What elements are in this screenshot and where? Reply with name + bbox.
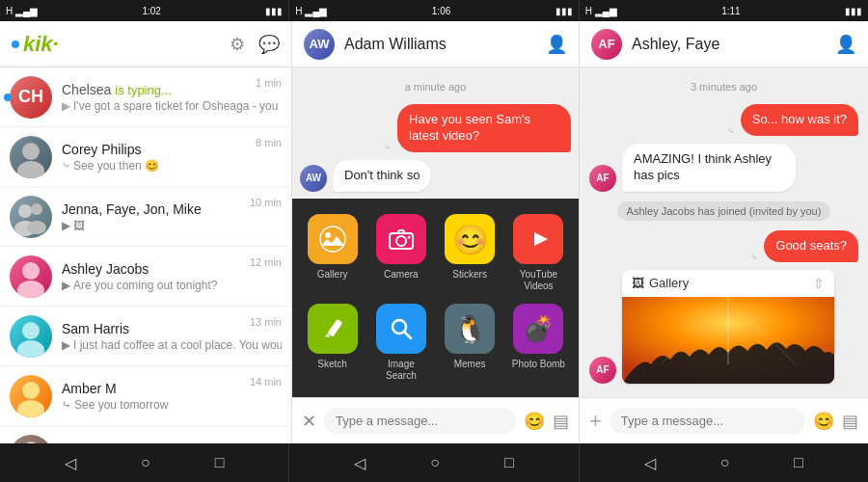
nav-bar: ◁ ○ □ ◁ ○ □ ◁ ○ □ (0, 443, 868, 482)
home-button-mid[interactable]: ○ (430, 454, 440, 471)
media-item-youtube[interactable]: YouTube Videos (510, 214, 567, 292)
mid-header-person-icon[interactable]: 👤 (546, 34, 567, 55)
recents-button[interactable]: □ (215, 454, 225, 471)
home-button-right[interactable]: ○ (720, 454, 730, 471)
compose-icon[interactable]: 💬 (258, 34, 280, 55)
avatar-jenna (10, 435, 52, 444)
media-item-sketch[interactable]: Sketch (304, 304, 361, 382)
avatar-corey (10, 136, 52, 178)
conv-item-jenna[interactable]: Jenna Green ▶ Did you see the trailer? I… (0, 426, 291, 443)
status-panel-mid: H ▂▄▆ 1:06 ▮▮▮ (288, 0, 579, 21)
conv-item-chelsea[interactable]: CH Chelsea is typing... ▶ I've got a spa… (0, 67, 291, 127)
right-emoji-icon[interactable]: 😊 (813, 411, 834, 432)
emoji-icon[interactable]: 😊 (524, 411, 545, 432)
conv-item-ashleyjacobs[interactable]: Ashley Jacobs ▶ Are you coming out tonig… (0, 247, 291, 307)
conv-time-ashleyjacobs: 12 min (250, 256, 282, 268)
time-right: 1:11 (721, 6, 740, 16)
right-msg-avatar: AF (589, 165, 616, 192)
svg-point-14 (320, 227, 345, 252)
gallery-icon (308, 214, 358, 264)
battery-mid: ▮▮▮ (556, 6, 573, 16)
left-header: kik· ⚙ 💬 (0, 21, 291, 67)
avatar-group (10, 196, 52, 238)
menu-icon[interactable]: ▤ (553, 411, 569, 432)
right-header-person-icon[interactable]: 👤 (835, 34, 856, 55)
msg-row-2: AW Don't think so (300, 160, 571, 192)
media-item-gallery[interactable]: Gallery (304, 214, 361, 292)
share-icon[interactable]: ⇧ (813, 276, 825, 291)
chat-panel-right: AF Ashley, Faye 👤 3 minutes ago ⤷ So... … (580, 21, 868, 443)
gallery-card-header: 🖼 Gallery ⇧ (622, 270, 834, 297)
msg-status-1: ⤷ (384, 142, 392, 152)
conv-preview-chelsea: ▶ I've got a spare ticket for Osheaga - … (62, 99, 282, 113)
youtube-icon (513, 214, 563, 264)
settings-icon[interactable]: ⚙ (230, 34, 245, 55)
gallery-card: 🖼 Gallery ⇧ (622, 270, 834, 384)
conv-preview-amber: ⤷ See you tomorrow (62, 398, 282, 412)
unread-dot (4, 94, 12, 101)
svg-point-12 (22, 442, 40, 444)
recents-button-mid[interactable]: □ (504, 454, 514, 471)
media-item-memes[interactable]: 🐧 Memes (442, 304, 499, 382)
photobomb-icon: 💣 (513, 304, 563, 354)
svg-marker-19 (534, 232, 548, 246)
right-msg-row-1: ⤷ So... how was it? (589, 104, 858, 136)
mid-contact-name: Adam Williams (344, 36, 447, 53)
time-mid: 1:06 (432, 6, 450, 16)
recents-button-right[interactable]: □ (794, 454, 803, 471)
back-button-right[interactable]: ◁ (644, 454, 656, 472)
system-msg: Ashley Jacobs has joined (invited by you… (617, 201, 831, 221)
status-panel-right: H ▂▄▆ 1:11 ▮▮▮ (580, 0, 868, 21)
mid-message-input[interactable] (324, 408, 516, 434)
svg-point-3 (31, 203, 42, 215)
right-add-icon[interactable]: + (589, 409, 602, 434)
gallery-card-title: 🖼 Gallery (632, 276, 689, 290)
svg-point-0 (22, 143, 40, 160)
gallery-image (622, 297, 834, 384)
back-button[interactable]: ◁ (65, 454, 76, 472)
stickers-icon: 😊 (445, 214, 495, 264)
right-msg-status-4: ⤷ (750, 252, 758, 262)
mid-contact-avatar: AW (304, 29, 335, 60)
home-button[interactable]: ○ (141, 454, 150, 471)
conv-name-sam: Sam Harris (62, 321, 282, 336)
msg-bubble-2: Don't think so (333, 160, 431, 192)
sketch-label: Sketch (317, 359, 347, 370)
right-message-input[interactable] (610, 408, 805, 434)
nav-panel-right: ◁ ○ □ (580, 443, 868, 482)
conv-item-amber[interactable]: Amber M ⤷ See you tomorrow 14 min (0, 366, 291, 426)
conv-info-group: Jenna, Faye, Jon, Mike ▶ 🖼 (62, 201, 282, 232)
right-msg-bubble-2: AMAZING! I think Ashley has pics (622, 144, 796, 192)
close-icon[interactable]: ✕ (302, 411, 316, 432)
signal-right: H ▂▄▆ (585, 6, 617, 16)
conv-preview-sam: ▶ I just had coffee at a cool place. You… (62, 338, 282, 352)
avatar-amber (10, 375, 52, 417)
media-item-camera[interactable]: Camera (372, 214, 429, 292)
back-button-mid[interactable]: ◁ (354, 454, 366, 472)
conv-info-corey: Corey Philips ⤷ See you then 😊 (62, 142, 282, 173)
right-contact-avatar: AF (591, 29, 622, 60)
conv-item-corey[interactable]: Corey Philips ⤷ See you then 😊 8 min (0, 127, 291, 187)
right-input-area: + 😊 ▤ (580, 397, 868, 443)
nav-panel-mid: ◁ ○ □ (289, 443, 579, 482)
svg-point-1 (17, 161, 44, 178)
media-item-stickers[interactable]: 😊 Stickers (442, 214, 499, 292)
media-item-photobomb[interactable]: 💣 Photo Bomb (510, 304, 567, 382)
conv-item-group[interactable]: Jenna, Faye, Jon, Mike ▶ 🖼 10 min (0, 187, 291, 247)
msg-avatar-adam: AW (300, 165, 327, 192)
main-content: kik· ⚙ 💬 CH Chelsea is typing... ▶ (0, 21, 868, 443)
conv-preview-corey: ⤷ See you then 😊 (62, 159, 282, 173)
memes-icon: 🐧 (445, 304, 495, 354)
conv-preview-ashleyjacobs: ▶ Are you coming out tonight? (62, 279, 282, 292)
conv-preview-group: ▶ 🖼 (62, 219, 282, 232)
conv-item-sam[interactable]: Sam Harris ▶ I just had coffee at a cool… (0, 307, 291, 366)
right-menu-icon[interactable]: ▤ (842, 411, 858, 432)
camera-icon (376, 214, 426, 264)
conv-time-amber: 14 min (250, 376, 282, 388)
mid-input-area: ✕ 😊 ▤ (292, 397, 579, 443)
avatar-chelsea: CH (10, 76, 52, 119)
right-msg-row-5: AF 🖼 Gallery ⇧ (589, 270, 858, 384)
right-msg-row-2: AF AMAZING! I think Ashley has pics (589, 144, 858, 192)
media-item-imgsearch[interactable]: Image Search (372, 304, 429, 382)
gallery-label: Gallery (317, 269, 348, 281)
